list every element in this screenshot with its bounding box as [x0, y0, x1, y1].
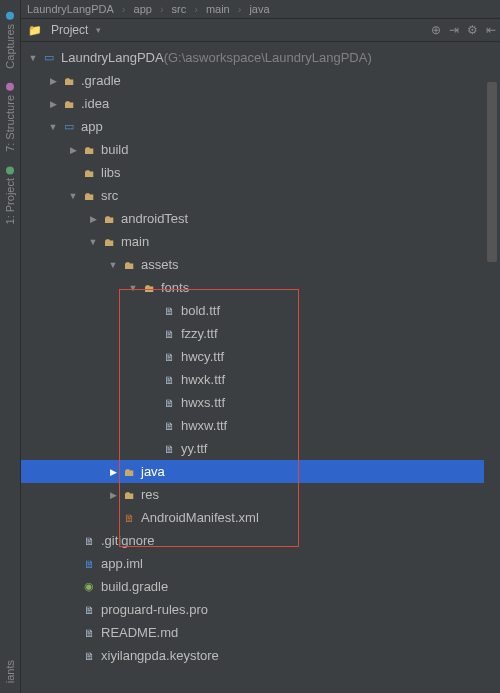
- expand-arrow-open-icon[interactable]: ▼: [27, 53, 39, 63]
- expand-arrow-open-icon[interactable]: ▼: [47, 122, 59, 132]
- breadcrumb: LaundryLangPDA›app›src›main›java: [21, 0, 500, 19]
- tree-row[interactable]: ▼▭app: [21, 115, 500, 138]
- breadcrumb-item[interactable]: app: [134, 3, 152, 15]
- tree-row[interactable]: ▼🖿fonts: [21, 276, 500, 299]
- xml-icon: 🗎: [121, 510, 137, 526]
- gutter-variants[interactable]: iants: [4, 654, 16, 689]
- settings-gear-icon[interactable]: ⚙: [467, 23, 478, 37]
- tree-row[interactable]: 🗎hwxw.ttf: [21, 414, 500, 437]
- tree-label: res: [141, 487, 159, 502]
- tree-label: app.iml: [101, 556, 143, 571]
- expand-arrow-closed-icon[interactable]: ▶: [67, 145, 79, 155]
- tree-row[interactable]: ▶🖿res: [21, 483, 500, 506]
- tree-label: main: [121, 234, 149, 249]
- tree-row[interactable]: 🗎hwxk.ttf: [21, 368, 500, 391]
- fld-icon: 🖿: [81, 165, 97, 181]
- project-tree[interactable]: ▼▭LaundryLangPDA (G:\asworkspace\Laundry…: [21, 42, 500, 687]
- tree-row[interactable]: 🗎hwcy.ttf: [21, 345, 500, 368]
- mod-icon: ▭: [61, 119, 77, 135]
- file-icon: 🗎: [161, 395, 177, 411]
- tree-path-hint: (G:\asworkspace\LaundryLangPDA): [164, 50, 372, 65]
- mod-icon: ▭: [41, 50, 57, 66]
- locate-icon[interactable]: ⊕: [431, 23, 441, 37]
- tree-row[interactable]: 🗎app.iml: [21, 552, 500, 575]
- tree-row[interactable]: 🗎hwxs.ttf: [21, 391, 500, 414]
- tree-row[interactable]: 🗎fzzy.ttf: [21, 322, 500, 345]
- tree-row[interactable]: ▶🖿.gradle: [21, 69, 500, 92]
- gutter-tab-2[interactable]: Captures: [4, 6, 16, 75]
- chevron-right-icon: ›: [122, 3, 126, 15]
- tree-row[interactable]: ▼🖿main: [21, 230, 500, 253]
- grad-icon: ◉: [81, 579, 97, 595]
- tree-row[interactable]: 🗎yy.ttf: [21, 437, 500, 460]
- file-icon: 🗎: [161, 372, 177, 388]
- breadcrumb-item[interactable]: java: [249, 3, 269, 15]
- tree-label: androidTest: [121, 211, 188, 226]
- expand-arrow-open-icon[interactable]: ▼: [107, 260, 119, 270]
- scrollbar-thumb[interactable]: [487, 82, 497, 262]
- collapse-icon[interactable]: ⇥: [449, 23, 459, 37]
- expand-arrow-closed-icon[interactable]: ▶: [47, 99, 59, 109]
- project-tree-panel: ▼▭LaundryLangPDA (G:\asworkspace\Laundry…: [21, 42, 500, 693]
- hide-icon[interactable]: ⇤: [486, 23, 496, 37]
- expand-arrow-closed-icon[interactable]: ▶: [87, 214, 99, 224]
- fld-icon: 🖿: [101, 211, 117, 227]
- gutter-tab-1[interactable]: 7: Structure: [4, 77, 16, 158]
- tree-label: .gradle: [81, 73, 121, 88]
- chevron-down-icon[interactable]: ▾: [92, 25, 104, 35]
- tree-label: hwxw.ttf: [181, 418, 227, 433]
- tree-row[interactable]: ▼🖿src: [21, 184, 500, 207]
- tree-row[interactable]: ▼▭LaundryLangPDA (G:\asworkspace\Laundry…: [21, 46, 500, 69]
- gutter-tab-0[interactable]: 1: Project: [4, 160, 16, 230]
- tree-label: AndroidManifest.xml: [141, 510, 259, 525]
- tree-label: build.gradle: [101, 579, 168, 594]
- tree-row[interactable]: 🗎README.md: [21, 621, 500, 644]
- project-view-selector[interactable]: Project: [51, 23, 88, 37]
- tree-label: fonts: [161, 280, 189, 295]
- fld-icon: 🖿: [101, 234, 117, 250]
- tree-row-selected[interactable]: ▶🖿java: [21, 460, 500, 483]
- tree-label: .gitignore: [101, 533, 154, 548]
- fld-icon: 🖿: [61, 96, 77, 112]
- chevron-right-icon: ›: [194, 3, 198, 15]
- tree-label: proguard-rules.pro: [101, 602, 208, 617]
- tree-label: bold.ttf: [181, 303, 220, 318]
- pkg-icon: 🖿: [121, 257, 137, 273]
- tool-window-gutter: Captures7: Structure1: Project iants: [0, 0, 21, 693]
- tree-label: libs: [101, 165, 121, 180]
- fld-icon: 🖿: [81, 142, 97, 158]
- breadcrumb-item[interactable]: LaundryLangPDA: [27, 3, 114, 15]
- pkg-icon: 🖿: [121, 487, 137, 503]
- tree-label: assets: [141, 257, 179, 272]
- tree-row[interactable]: ▶🖿androidTest: [21, 207, 500, 230]
- tree-row[interactable]: 🖿libs: [21, 161, 500, 184]
- expand-arrow-open-icon[interactable]: ▼: [127, 283, 139, 293]
- file-icon: 🗎: [81, 533, 97, 549]
- tree-row[interactable]: ◉build.gradle: [21, 575, 500, 598]
- tree-label: app: [81, 119, 103, 134]
- file-icon: 🗎: [81, 602, 97, 618]
- tree-row[interactable]: 🗎bold.ttf: [21, 299, 500, 322]
- tree-row[interactable]: ▶🖿.idea: [21, 92, 500, 115]
- expand-arrow-closed-icon[interactable]: ▶: [107, 490, 119, 500]
- tree-row[interactable]: 🗎.gitignore: [21, 529, 500, 552]
- expand-arrow-open-icon[interactable]: ▼: [87, 237, 99, 247]
- vertical-scrollbar[interactable]: [484, 42, 500, 693]
- breadcrumb-item[interactable]: src: [172, 3, 187, 15]
- breadcrumb-item[interactable]: main: [206, 3, 230, 15]
- pkg-icon: 🖿: [141, 280, 157, 296]
- expand-arrow-open-icon[interactable]: ▼: [67, 191, 79, 201]
- expand-arrow-closed-icon[interactable]: ▶: [107, 467, 119, 477]
- tree-row[interactable]: 🗎xiyilangpda.keystore: [21, 644, 500, 667]
- tree-row[interactable]: ▶🖿build: [21, 138, 500, 161]
- fld-icon: 🖿: [81, 188, 97, 204]
- tree-label: java: [141, 464, 165, 479]
- fld-icon: 🖿: [121, 464, 137, 480]
- tree-label: LaundryLangPDA: [61, 50, 164, 65]
- expand-arrow-closed-icon[interactable]: ▶: [47, 76, 59, 86]
- tree-label: .idea: [81, 96, 109, 111]
- tree-row[interactable]: ▼🖿assets: [21, 253, 500, 276]
- tree-row[interactable]: 🗎proguard-rules.pro: [21, 598, 500, 621]
- tree-row[interactable]: 🗎AndroidManifest.xml: [21, 506, 500, 529]
- tree-label: hwcy.ttf: [181, 349, 224, 364]
